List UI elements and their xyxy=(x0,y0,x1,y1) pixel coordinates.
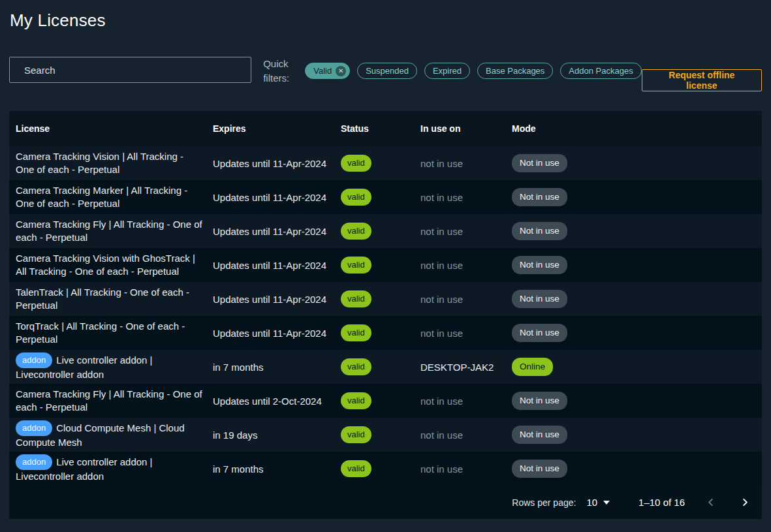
table-row: TorqTrack | All Tracking - One of each -… xyxy=(9,316,762,350)
status-badge: valid xyxy=(341,257,371,274)
column-header-expires: Expires xyxy=(213,123,341,134)
expires-cell: Updates until 11-Apr-2024 xyxy=(213,328,341,339)
mode-cell: Online xyxy=(512,358,762,377)
table-body: Camera Tracking Vision | All Tracking - … xyxy=(9,146,762,486)
filter-chip-expired[interactable]: Expired xyxy=(424,63,470,79)
status-badge: valid xyxy=(341,155,371,172)
chevron-left-icon xyxy=(706,497,716,507)
filter-chip-label: Addon Packages xyxy=(569,66,633,76)
rows-per-page-value: 10 xyxy=(586,497,597,508)
status-badge: valid xyxy=(341,189,371,206)
column-header-license: License xyxy=(16,123,213,134)
in-use-on-cell: not in use xyxy=(420,396,512,407)
rows-per-page-select[interactable]: 10 xyxy=(585,494,611,510)
previous-page-button[interactable] xyxy=(702,493,719,511)
license-cell: Camera Tracking Vision | All Tracking - … xyxy=(16,150,213,176)
request-offline-license-button[interactable]: Request offline license xyxy=(642,69,762,91)
status-cell: valid xyxy=(341,426,420,443)
filter-chip-label: Expired xyxy=(433,66,462,76)
expires-cell: Updates until 11-Apr-2024 xyxy=(213,158,341,169)
page-title: My Licenses xyxy=(0,0,771,31)
expires-cell: Updates until 11-Apr-2024 xyxy=(213,294,341,305)
chevron-right-icon xyxy=(740,497,750,507)
expires-cell: Updates until 11-Apr-2024 xyxy=(213,192,341,203)
mode-badge: Not in use xyxy=(512,460,567,478)
license-cell: Camera Tracking Marker | All Tracking - … xyxy=(16,184,213,210)
table-header: License Expires Status In use on Mode xyxy=(9,111,762,146)
license-cell: TalenTrack | All Tracking - One of each … xyxy=(16,286,213,312)
mode-cell: Not in use xyxy=(512,188,762,207)
license-name: TorqTrack | All Tracking - One of each -… xyxy=(16,321,185,345)
mode-badge: Not in use xyxy=(512,222,567,241)
license-cell: Camera Tracking Fly | All Tracking - One… xyxy=(16,388,213,414)
license-cell: Camera Tracking Fly | All Tracking - One… xyxy=(16,218,213,244)
in-use-on-cell: not in use xyxy=(420,226,512,237)
mode-badge: Not in use xyxy=(512,324,567,343)
in-use-on-cell: not in use xyxy=(420,158,512,169)
remove-filter-icon[interactable]: ✕ xyxy=(336,66,346,76)
license-name: Camera Tracking Fly | All Tracking - One… xyxy=(16,219,202,243)
filter-chip-label: Base Packages xyxy=(486,66,544,76)
license-name: TalenTrack | All Tracking - One of each … xyxy=(16,287,189,311)
expires-cell: in 7 months xyxy=(213,463,341,475)
expires-cell: in 7 months xyxy=(213,362,341,373)
in-use-on-cell: not in use xyxy=(420,430,512,441)
in-use-on-cell: not in use xyxy=(420,463,512,475)
filter-chip-addon-packages[interactable]: Addon Packages xyxy=(560,63,641,79)
search-input[interactable] xyxy=(9,57,251,83)
in-use-on-cell: not in use xyxy=(420,192,512,203)
status-cell: valid xyxy=(341,460,420,477)
expires-cell: Updates until 11-Apr-2024 xyxy=(213,226,341,237)
in-use-on-cell: not in use xyxy=(420,328,512,339)
addon-badge: addon xyxy=(16,352,52,368)
mode-badge: Not in use xyxy=(512,290,567,309)
filter-chip-label: Suspended xyxy=(366,66,409,76)
license-name: Camera Tracking Vision with GhosTrack | … xyxy=(16,253,195,277)
table-row: addonLive controller addon | Livecontrol… xyxy=(9,452,762,486)
column-header-in-use-on: In use on xyxy=(420,123,512,134)
status-badge: valid xyxy=(341,324,371,341)
status-cell: valid xyxy=(341,324,420,341)
chevron-down-icon xyxy=(603,501,610,505)
in-use-on-cell: DESKTOP-JAK2 xyxy=(420,362,512,373)
table-row: addonCloud Compute Mesh | Cloud Compute … xyxy=(9,418,762,452)
quick-filter-chips: Valid ✕ Suspended Expired Base Packages … xyxy=(305,63,641,79)
license-cell: Camera Tracking Vision with GhosTrack | … xyxy=(16,252,213,278)
mode-badge: Not in use xyxy=(512,392,567,411)
license-name: Camera Tracking Fly | All Tracking - One… xyxy=(16,388,202,413)
rows-per-page-label: Rows per page: xyxy=(512,497,576,508)
table-row: TalenTrack | All Tracking - One of each … xyxy=(9,282,762,316)
filter-chip-label: Valid xyxy=(313,66,332,76)
status-badge: valid xyxy=(341,460,371,477)
table-row: Camera Tracking Fly | All Tracking - One… xyxy=(9,214,762,248)
in-use-on-cell: not in use xyxy=(420,294,512,305)
mode-cell: Not in use xyxy=(512,222,762,241)
status-badge: valid xyxy=(341,358,371,375)
filter-chip-suspended[interactable]: Suspended xyxy=(357,63,417,79)
mode-cell: Not in use xyxy=(512,426,762,445)
status-cell: valid xyxy=(341,290,420,307)
my-licenses-page: My Licenses Quick filters: Valid ✕ Suspe… xyxy=(0,0,771,532)
table-footer: Rows per page: 10 1–10 of 16 xyxy=(9,486,762,519)
status-badge: valid xyxy=(341,426,371,443)
filter-chip-valid[interactable]: Valid ✕ xyxy=(305,63,350,79)
mode-badge: Not in use xyxy=(512,256,567,275)
mode-cell: Not in use xyxy=(512,324,762,343)
column-header-mode: Mode xyxy=(512,123,762,134)
status-cell: valid xyxy=(341,155,420,172)
mode-cell: Not in use xyxy=(512,290,762,309)
addon-badge: addon xyxy=(16,420,52,436)
filter-chip-base-packages[interactable]: Base Packages xyxy=(477,63,553,79)
mode-cell: Not in use xyxy=(512,154,762,173)
mode-badge: Not in use xyxy=(512,154,567,173)
expires-cell: Updates until 2-Oct-2024 xyxy=(213,396,341,407)
table-row: Camera Tracking Marker | All Tracking - … xyxy=(9,180,762,214)
next-page-button[interactable] xyxy=(736,493,754,511)
mode-badge: Not in use xyxy=(512,188,567,207)
status-cell: valid xyxy=(341,392,420,409)
status-cell: valid xyxy=(341,257,420,274)
addon-badge: addon xyxy=(16,454,52,470)
status-badge: valid xyxy=(341,290,371,307)
mode-cell: Not in use xyxy=(512,460,762,478)
mode-badge: Not in use xyxy=(512,426,567,445)
